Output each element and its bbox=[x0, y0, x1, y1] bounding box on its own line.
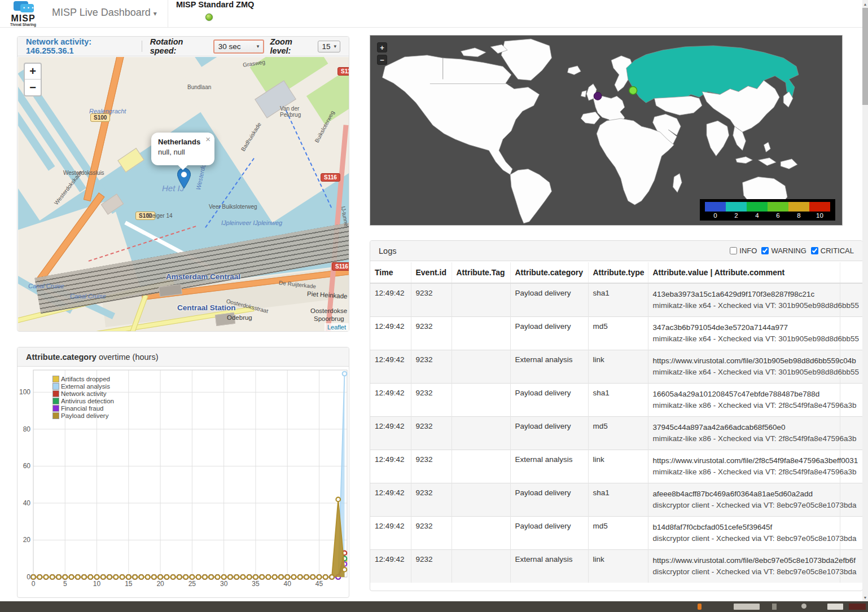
filter-info[interactable]: INFO bbox=[730, 246, 757, 255]
legend-label: External analysis bbox=[61, 383, 110, 390]
road-badge: S100 bbox=[90, 113, 110, 122]
cell-time: 12:49:42 bbox=[370, 517, 411, 550]
cell-time: 12:49:42 bbox=[370, 550, 411, 583]
brand-name: MISP bbox=[6, 15, 41, 23]
leaflet-map[interactable]: S100S100S116S116S11WesterdokssluisWester… bbox=[18, 57, 349, 331]
rotation-speed-select[interactable]: 30 sec ▾ bbox=[213, 39, 265, 54]
misp-logo[interactable]: • • • MISP Threat Sharing bbox=[6, 1, 41, 27]
log-level-filters: INFOWARNINGCRITICAL bbox=[730, 246, 854, 255]
page-scrollbar[interactable]: ▲ ▼ bbox=[862, 0, 868, 601]
cell-category: Payload delivery bbox=[510, 517, 588, 550]
svg-text:35: 35 bbox=[252, 580, 260, 588]
land-arctic bbox=[461, 48, 486, 57]
zoom-in-button[interactable]: + bbox=[377, 42, 387, 52]
svg-text:80: 80 bbox=[23, 425, 31, 433]
log-row: 12:49:429232Payload deliverysha1413eba39… bbox=[370, 283, 862, 317]
cell-tag bbox=[451, 384, 510, 417]
filter-checkbox-critical[interactable] bbox=[811, 247, 818, 254]
taskbar-item[interactable] bbox=[698, 604, 702, 610]
logs-table: TimeEvent.idAttribute.TagAttribute.categ… bbox=[370, 262, 863, 583]
cell-tag bbox=[451, 317, 510, 350]
cell-time: 12:49:42 bbox=[370, 483, 411, 517]
cell-type: link bbox=[588, 350, 648, 384]
log-row: 12:49:429232Payload deliverymd537945c44a… bbox=[370, 417, 862, 450]
attribute-category-panel: Attribute.category overtime (hours) Arti… bbox=[17, 347, 349, 598]
cell-time: 12:49:42 bbox=[370, 384, 411, 417]
svg-text:0: 0 bbox=[27, 573, 30, 581]
taskbar-item[interactable] bbox=[772, 604, 777, 610]
logs-panel: Logs INFOWARNINGCRITICAL TimeEvent.idAtt… bbox=[370, 240, 863, 591]
land-iceland bbox=[567, 66, 581, 75]
cell-tag bbox=[451, 550, 510, 583]
map-label: IJpleinveer IJpleinweg bbox=[221, 219, 282, 226]
taskbar-item[interactable] bbox=[849, 604, 866, 610]
attribute-value: 413eba3973a15c1a6429d9f170f3e8287f98c21c bbox=[653, 289, 835, 300]
cell-time: 12:49:42 bbox=[370, 317, 411, 350]
cell-event-id: 9232 bbox=[411, 483, 451, 517]
svg-text:10: 10 bbox=[93, 580, 101, 588]
close-icon[interactable]: × bbox=[205, 134, 211, 144]
scale-tick-label: 8 bbox=[788, 212, 809, 219]
zmq-label: MISP Standard ZMQ bbox=[176, 0, 254, 9]
map-marker-icon[interactable] bbox=[177, 168, 191, 189]
cell-event-id: 9232 bbox=[411, 350, 451, 384]
logs-title: Logs bbox=[379, 246, 396, 256]
scale-tick-label: 0 bbox=[705, 212, 726, 219]
cell-empty bbox=[840, 550, 862, 583]
filter-checkbox-info[interactable] bbox=[730, 247, 737, 254]
logs-col-header: Attribute.value | Attribute.comment bbox=[648, 262, 840, 283]
land-philippines bbox=[764, 142, 770, 152]
scroll-down-icon[interactable]: ▼ bbox=[862, 593, 868, 601]
legend-item: Network activity bbox=[52, 390, 114, 397]
taskbar-item[interactable] bbox=[801, 604, 806, 609]
zoom-in-button[interactable]: + bbox=[25, 64, 41, 80]
cell-event-id: 9232 bbox=[411, 517, 451, 550]
cell-value-comment: afeee8b4acff87bc469a6f0364a81ae5d60a2add… bbox=[648, 483, 840, 517]
cell-event-id: 9232 bbox=[411, 417, 451, 450]
cell-type: link bbox=[588, 450, 648, 483]
cell-empty bbox=[840, 283, 862, 317]
attribute-comment: mimikatz-like x64 - Xchecked via VT: 301… bbox=[653, 367, 835, 378]
leaflet-attribution-link[interactable]: Leaflet bbox=[325, 323, 349, 331]
taskbar-item[interactable] bbox=[734, 604, 760, 610]
scale-color-segment bbox=[705, 202, 726, 212]
legend-swatch bbox=[52, 412, 59, 419]
scrollbar-thumb[interactable] bbox=[862, 8, 868, 105]
svg-text:45: 45 bbox=[315, 580, 323, 588]
scale-tick-label: 2 bbox=[726, 212, 747, 219]
map-ferry-route bbox=[205, 158, 255, 228]
cell-type: sha1 bbox=[588, 483, 648, 517]
taskbar-item[interactable] bbox=[827, 604, 843, 610]
filter-checkbox-warning[interactable] bbox=[761, 247, 769, 254]
land-madagascar bbox=[673, 174, 682, 193]
cell-time: 12:49:42 bbox=[370, 417, 411, 450]
cell-value-comment: 413eba3973a15c1a6429d9f170f3e8287f98c21c… bbox=[648, 283, 840, 317]
scale-tick-label: 4 bbox=[747, 212, 768, 219]
popup-country: Netherlands bbox=[158, 138, 208, 146]
legend-swatch bbox=[52, 398, 59, 404]
zoom-out-button[interactable]: − bbox=[377, 55, 387, 65]
cell-event-id: 9232 bbox=[411, 384, 451, 417]
caret-down-icon: ▾ bbox=[257, 43, 260, 49]
chart-legend: Artifacts droppedExternal analysisNetwor… bbox=[52, 376, 114, 420]
cell-value-comment: https://www.virustotal.com/file/301b905e… bbox=[648, 350, 840, 384]
cell-event-id: 9232 bbox=[411, 450, 451, 483]
app-title-dropdown[interactable]: MISP Live Dashboard▾ bbox=[52, 7, 157, 19]
legend-item: Payload delivery bbox=[52, 412, 114, 419]
log-row: 12:49:429232Payload deliverysha1afeee8b4… bbox=[370, 483, 862, 517]
zoom-level-select[interactable]: 15 ▾ bbox=[318, 41, 340, 52]
cell-event-id: 9232 bbox=[411, 550, 451, 583]
zoom-out-button[interactable]: − bbox=[25, 80, 41, 95]
map-label: Realengracht bbox=[89, 108, 126, 115]
filter-warning[interactable]: WARNING bbox=[761, 246, 806, 255]
scroll-up-icon[interactable]: ▲ bbox=[862, 0, 868, 8]
world-map[interactable]: + − 0246810 bbox=[370, 35, 843, 226]
map-label: Canal Cruise bbox=[70, 293, 106, 300]
filter-critical[interactable]: CRITICAL bbox=[811, 246, 854, 255]
cell-event-id: 9232 bbox=[411, 283, 451, 317]
cell-empty bbox=[840, 384, 862, 417]
logs-col-header: Attribute.Tag bbox=[451, 262, 510, 283]
legend-swatch bbox=[52, 376, 59, 382]
cell-category: External analysis bbox=[510, 450, 588, 483]
cell-empty bbox=[840, 483, 862, 517]
